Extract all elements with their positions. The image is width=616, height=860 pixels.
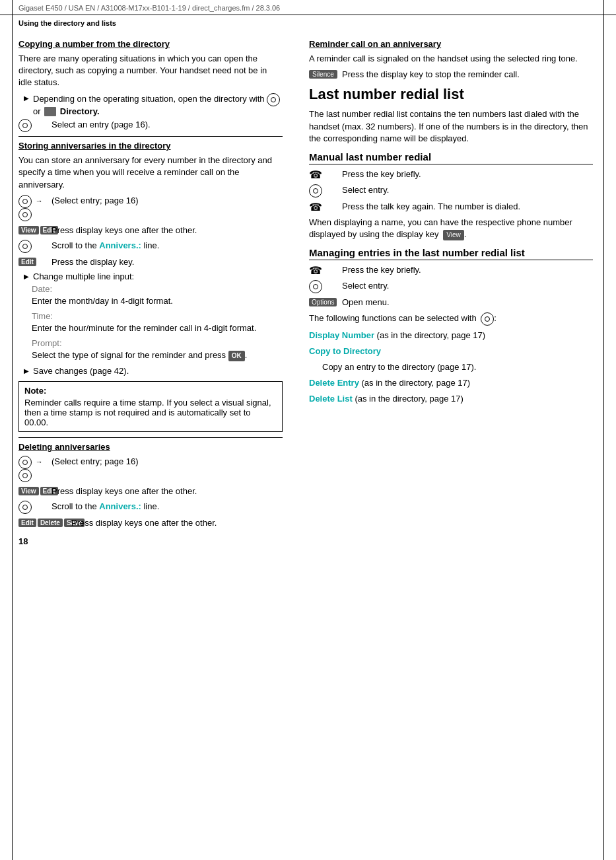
ok-key: OK <box>228 351 245 361</box>
view-edit-text: Press display keys one after the other. <box>51 225 283 236</box>
delete-list-entry: Delete List (as in the directory, page 1… <box>309 393 593 405</box>
edit-text: Press the display key. <box>51 256 283 268</box>
note-title: Note: <box>24 386 277 396</box>
scroll-annivers-text: Scroll to the Annivers.: line. <box>51 240 283 252</box>
bullet-arrow-1: ▶ <box>24 94 29 102</box>
separator-1 <box>18 136 283 137</box>
managing-row2-text: Select entry. <box>342 280 593 292</box>
anniversaries-para: You can store an anniversary for every n… <box>18 155 283 191</box>
delete-entry-entry: Delete Entry (as in the directory, page … <box>309 377 593 389</box>
del-bullet1-row: → (Select entry; page 16) <box>18 456 283 482</box>
nav-icon-2 <box>18 119 32 132</box>
nav-icon-8 <box>18 501 32 514</box>
nav-icon-9 <box>309 184 322 197</box>
delete-list-label: Delete List <box>309 394 353 404</box>
note-text: Reminder calls require a time stamp. If … <box>24 398 277 427</box>
nav-icon-7 <box>18 469 32 482</box>
copy-icon-row1-text: Select an entry (page 16). <box>51 119 283 131</box>
managing-row1: ☎ Press the key briefly. <box>309 264 593 277</box>
section-reminder-title: Reminder call on an anniversary <box>309 39 593 49</box>
manual-row3-text: Press the talk key again. The number is … <box>342 201 593 213</box>
talk-key-icon-1: ☎ <box>309 168 322 181</box>
right-column: Reminder call on an anniversary A remind… <box>296 32 593 532</box>
delete-list-text: (as in the directory, page 17) <box>355 394 463 404</box>
save-text: Save changes (page 42). <box>33 366 129 376</box>
page-border-left <box>12 0 13 860</box>
view-key-1: View <box>18 226 39 234</box>
options-key: Options <box>309 298 337 306</box>
nav-icon-6 <box>18 456 32 469</box>
manual-row1-text: Press the key briefly. <box>342 168 593 180</box>
section-redial-title: Last number redial list <box>309 86 593 103</box>
anniv-bullet1-text: (Select entry; page 16) <box>51 195 283 207</box>
del-edit-key2: Edit <box>18 519 36 527</box>
left-column: Copying a number from the directory Ther… <box>18 32 296 532</box>
delete-entry-text: (as in the directory, page 17) <box>362 378 471 388</box>
nav-icon-4 <box>18 208 32 221</box>
display-number-entry: Display Number (as in the directory, pag… <box>309 330 593 341</box>
silence-row: Silence Press the display key to stop th… <box>309 69 593 81</box>
display-number-text: (as in the directory, page 17) <box>377 330 486 340</box>
delete-entry-label: Delete Entry <box>309 378 359 388</box>
nav-icon-10 <box>309 280 322 293</box>
anniv-bullet1-row: → (Select entry; page 16) <box>18 195 283 221</box>
change-text: Change multiple line input: <box>33 271 134 281</box>
del-scroll-row: Scroll to the Annivers.: line. <box>18 501 283 514</box>
nav-icon-5 <box>18 240 32 253</box>
nav-icon-1 <box>267 93 280 106</box>
functions-para: The following functions can be selected … <box>309 312 593 326</box>
reminder-para: A reminder call is signaled on the hands… <box>309 53 593 65</box>
page-number: 18 <box>0 532 616 550</box>
copy-bullet1-text: Depending on the operating situation, op… <box>33 93 283 117</box>
annivers-colored-2: Annivers.: <box>99 501 141 511</box>
subsection-manual-title: Manual last number redial <box>309 151 593 164</box>
view-key-2: View <box>443 230 464 240</box>
edit-row: Edit Press the display key. <box>18 256 283 268</box>
silence-text: Press the display key to stop the remind… <box>342 69 593 81</box>
save-bullet: ▶ Save changes (page 42). <box>24 366 283 376</box>
nav-icon-3 <box>18 195 32 208</box>
page-header: Gigaset E450 / USA EN / A31008-M17xx-B10… <box>0 0 616 15</box>
bullet-arrow-2: ▶ <box>24 273 29 280</box>
options-text: Open menu. <box>342 297 593 308</box>
manual-row2: Select entry. <box>309 184 593 197</box>
copy-to-dir-label: Copy to Directory <box>309 346 381 356</box>
talk-key-icon-3: ☎ <box>309 264 322 277</box>
time-text: Enter the hour/minute for the reminder c… <box>32 322 283 334</box>
section-anniversaries-title: Storing anniversaries in the directory <box>18 141 283 151</box>
copy-to-dir-text: Copy an entry to the directory (page 17)… <box>322 361 593 373</box>
page-border-right <box>603 0 604 860</box>
nav-icon-11 <box>481 312 494 326</box>
bullet-arrow-3: ▶ <box>24 367 29 375</box>
separator-2 <box>18 437 283 438</box>
copy-para1: There are many operating situations in w… <box>18 53 283 89</box>
managing-row1-text: Press the key briefly. <box>342 264 593 276</box>
change-bullet: ▶ Change multiple line input: <box>24 271 283 281</box>
redial-para: The last number redial list contains the… <box>309 108 593 145</box>
manual-view-para: When displaying a name, you can have the… <box>309 217 593 240</box>
scroll-annivers-row: Scroll to the Annivers.: line. <box>18 240 283 253</box>
subsection-managing-title: Managing entries in the last number redi… <box>309 247 593 260</box>
managing-row2: Select entry. <box>309 280 593 293</box>
section-delete-anniv-title: Deleting anniversaries <box>18 442 283 452</box>
section-copy-title: Copying a number from the directory <box>18 39 283 49</box>
page-section-header: Using the directory and lists <box>18 19 598 27</box>
display-number-label: Display Number <box>309 330 374 340</box>
manual-row1: ☎ Press the key briefly. <box>309 168 593 181</box>
del-scroll-text: Scroll to the Annivers.: line. <box>51 501 283 513</box>
header-text: Gigaset E450 / USA EN / A31008-M17xx-B10… <box>18 4 280 12</box>
copy-to-dir-entry: Copy to Directory <box>309 345 593 357</box>
date-text: Enter the month/day in 4-digit format. <box>32 295 283 307</box>
manual-row2-text: Select entry. <box>342 184 593 196</box>
copy-icon-row1: Select an entry (page 16). <box>18 119 283 132</box>
prompt-text: Select the type of signal for the remind… <box>32 349 283 361</box>
options-row: Options Open menu. <box>309 297 593 308</box>
note-box: Note: Reminder calls require a time stam… <box>18 381 283 432</box>
del-keys-text: Press display keys one after the other. <box>71 517 283 529</box>
date-label: Date: <box>32 284 283 294</box>
view-edit-row: View Edit Press display keys one after t… <box>18 225 283 236</box>
arrow-icon-2: → <box>36 458 43 466</box>
talk-key-icon-2: ☎ <box>309 201 322 213</box>
book-icon <box>44 107 56 116</box>
annivers-colored-1: Annivers.: <box>99 240 141 250</box>
